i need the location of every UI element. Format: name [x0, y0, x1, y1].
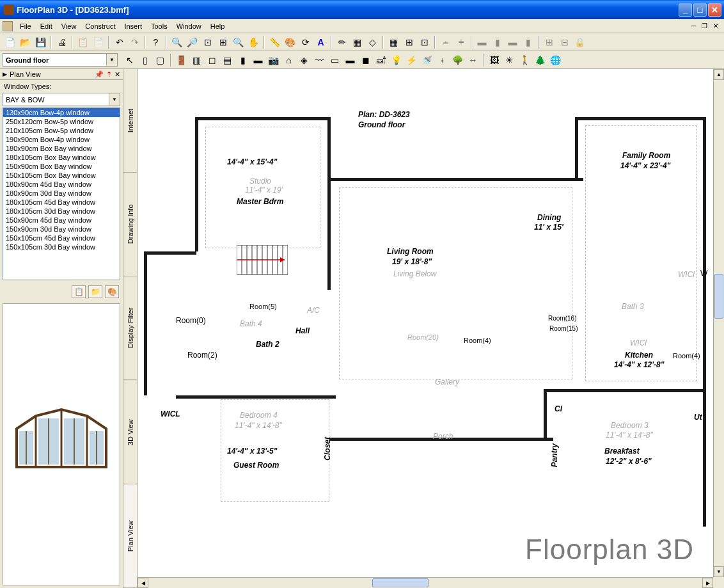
menu-tools[interactable]: Tools: [146, 20, 172, 32]
ungroup-icon[interactable]: ⊟: [557, 35, 572, 49]
config-button[interactable]: 📋: [72, 285, 86, 298]
electrical-icon[interactable]: ⚡: [404, 52, 419, 67]
menu-help[interactable]: Help: [206, 20, 230, 32]
print-icon[interactable]: 🖨: [54, 35, 69, 49]
scroll-left-icon[interactable]: ◀: [138, 578, 148, 588]
paste-icon[interactable]: 📄: [91, 35, 106, 49]
list-item[interactable]: 150x105cm Box Bay window: [3, 171, 120, 180]
zoom-prev-icon[interactable]: 🔍: [231, 35, 246, 49]
ceiling-icon[interactable]: ▭: [327, 52, 342, 67]
close-button[interactable]: ✕: [708, 3, 721, 17]
tree-icon[interactable]: 🌲: [533, 52, 547, 67]
mdi-minimize[interactable]: ─: [689, 22, 698, 29]
tab-internet[interactable]: Internet: [123, 69, 137, 173]
tab-drawing-info[interactable]: Drawing Info: [123, 173, 137, 276]
opening-icon[interactable]: ◻: [205, 52, 219, 67]
path-icon[interactable]: 〰: [312, 52, 327, 67]
sun-icon[interactable]: ☀: [502, 52, 517, 67]
edit-tool-icon[interactable]: ✏: [334, 35, 349, 49]
light-icon[interactable]: 💡: [389, 52, 404, 67]
copy-icon[interactable]: 📋: [75, 35, 90, 49]
zoom-window-icon[interactable]: ⊡: [200, 35, 215, 49]
align-c-icon[interactable]: ⫩: [453, 35, 468, 49]
list-item[interactable]: 180x90cm 45d Bay window: [3, 180, 120, 189]
measure-icon[interactable]: 📏: [267, 35, 282, 49]
beam-icon[interactable]: ▬: [251, 52, 265, 67]
list-item[interactable]: 150x90cm 45d Bay window: [3, 216, 120, 225]
roof-icon[interactable]: ⌂: [281, 52, 296, 67]
zoom-out-icon[interactable]: 🔎: [185, 35, 200, 49]
mdi-restore[interactable]: ❐: [700, 22, 709, 29]
list-item[interactable]: 190x90cm Bow-4p window: [3, 135, 120, 144]
menu-edit[interactable]: Edit: [36, 20, 57, 32]
walk-icon[interactable]: 🚶: [517, 52, 532, 67]
pointer-icon[interactable]: ↖: [122, 52, 137, 67]
compass-icon[interactable]: ⇡: [106, 70, 112, 79]
materials-icon[interactable]: ◇: [365, 35, 380, 49]
scroll-down-icon[interactable]: ▼: [714, 566, 724, 577]
lock-icon[interactable]: 🔒: [572, 35, 587, 49]
fence-icon[interactable]: ⫞: [435, 52, 450, 67]
menu-file[interactable]: File: [15, 20, 36, 32]
door-icon[interactable]: 🚪: [174, 52, 189, 67]
minimize-button[interactable]: _: [679, 3, 692, 17]
vertical-scrollbar[interactable]: ▲ ▼: [713, 69, 724, 577]
menu-window[interactable]: Window: [172, 20, 206, 32]
layers-icon[interactable]: ▦: [350, 35, 365, 49]
render-icon[interactable]: 🖼: [487, 52, 501, 67]
tack-icon[interactable]: 📌: [95, 70, 104, 79]
list-item[interactable]: 130x90cm Bow-4p window: [3, 108, 120, 117]
camera-icon[interactable]: 📷: [266, 52, 281, 67]
group-icon[interactable]: ⊞: [542, 35, 556, 49]
menu-insert[interactable]: Insert: [120, 20, 146, 32]
panel-close-icon[interactable]: ✕: [114, 70, 120, 79]
dist-v-icon[interactable]: ▮: [490, 35, 505, 49]
list-item[interactable]: 210x105cm Bow-5p window: [3, 126, 120, 135]
list-item[interactable]: 180x105cm Box Bay window: [3, 153, 120, 162]
window-icon[interactable]: ▥: [189, 52, 204, 67]
slab-icon[interactable]: ◼: [358, 52, 373, 67]
plants-icon[interactable]: 🌳: [450, 52, 465, 67]
scroll-up-icon[interactable]: ▲: [714, 69, 724, 80]
floor-selector[interactable]: Ground floor ▼: [3, 53, 118, 67]
undo-icon[interactable]: ↶: [112, 35, 127, 49]
list-item[interactable]: 250x120cm Bow-5p window: [3, 117, 120, 126]
window-category-select[interactable]: BAY & BOW ▼: [3, 93, 120, 106]
terrain-icon[interactable]: ◈: [297, 52, 311, 67]
maximize-button[interactable]: □: [693, 3, 707, 17]
column-icon[interactable]: ▮: [235, 52, 250, 67]
floor-plan-canvas[interactable]: Plan: DD-3623 Ground floor 14'-4" x 15'-…: [138, 69, 713, 577]
tab-display-filter[interactable]: Display Filter: [123, 276, 137, 380]
tool-b-icon[interactable]: ⟳: [298, 35, 313, 49]
floor-icon[interactable]: ▬: [343, 52, 358, 67]
stairs-icon[interactable]: ▤: [220, 52, 235, 67]
window-types-list[interactable]: 130x90cm Bow-4p window 250x120cm Bow-5p …: [3, 107, 120, 280]
list-item[interactable]: 180x90cm Box Bay window: [3, 144, 120, 153]
list-item[interactable]: 150x105cm 30d Bay window: [3, 242, 120, 251]
arr-1-icon[interactable]: ▬: [505, 35, 520, 49]
tab-plan-view[interactable]: Plan View: [123, 484, 137, 588]
list-item[interactable]: 150x105cm 45d Bay window: [3, 234, 120, 242]
align-l-icon[interactable]: ⫨: [438, 35, 453, 49]
wall-icon[interactable]: ▯: [138, 52, 152, 67]
list-item[interactable]: 180x105cm 30d Bay window: [3, 207, 120, 216]
pan-icon[interactable]: ✋: [246, 35, 261, 49]
list-item[interactable]: 180x90cm 30d Bay window: [3, 189, 120, 198]
mdi-close[interactable]: ✕: [711, 22, 720, 29]
arr-2-icon[interactable]: ▮: [521, 35, 535, 49]
room-icon[interactable]: ▢: [153, 52, 168, 67]
paint-button[interactable]: 🎨: [105, 285, 119, 298]
mdi-icon[interactable]: [3, 21, 13, 31]
scroll-right-icon[interactable]: ▶: [702, 578, 713, 588]
ortho-icon[interactable]: ⊡: [417, 35, 432, 49]
menu-construct[interactable]: Construct: [81, 20, 120, 32]
new-icon[interactable]: 📄: [3, 35, 17, 49]
list-item[interactable]: 180x105cm 45d Bay window: [3, 198, 120, 207]
list-item[interactable]: 150x90cm Box Bay window: [3, 162, 120, 171]
redo-icon[interactable]: ↷: [127, 35, 142, 49]
dist-h-icon[interactable]: ▬: [475, 35, 489, 49]
globe-icon[interactable]: 🌐: [548, 52, 563, 67]
save-icon[interactable]: 💾: [33, 35, 48, 49]
menu-view[interactable]: View: [57, 20, 81, 32]
folder-button[interactable]: 📁: [88, 285, 102, 298]
